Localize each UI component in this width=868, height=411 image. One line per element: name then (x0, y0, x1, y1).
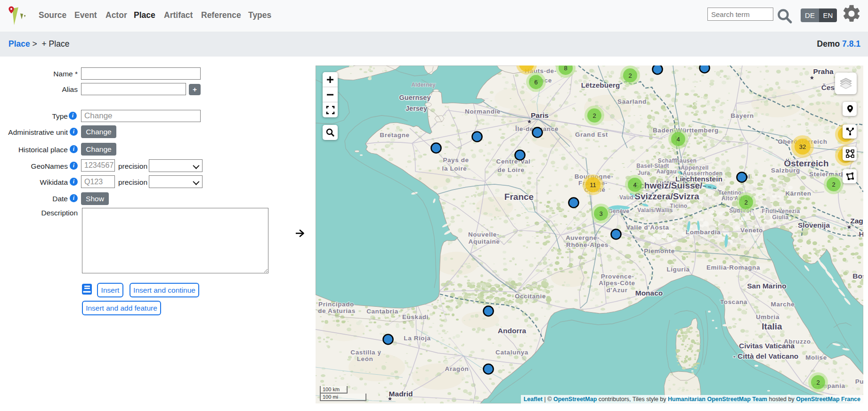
svg-text:Toscana: Toscana (720, 298, 747, 305)
svg-text:Umbria: Umbria (756, 313, 779, 321)
svg-text:d'Azur: d'Azur (606, 287, 627, 294)
svg-text:Veneto: Veneto (740, 227, 763, 234)
svg-text:Provence-: Provence- (601, 273, 634, 280)
svg-text:Jura: Jura (638, 170, 650, 176)
svg-text:Emilia-Romagna: Emilia-Romagna (706, 264, 760, 271)
svg-text:San Marino: San Marino (747, 282, 787, 290)
svg-text:Valle d'Aosta: Valle d'Aosta (626, 224, 669, 231)
svg-text:León: León (357, 355, 373, 362)
svg-text:Rhône-Alpes: Rhône-Alpes (566, 241, 608, 248)
svg-text:Liguria: Liguria (666, 266, 690, 273)
svg-text:Molise: Molise (805, 354, 827, 361)
svg-text:2: 2 (744, 199, 747, 206)
svg-text:Piemonte: Piemonte (644, 247, 675, 255)
svg-text:2: 2 (628, 72, 632, 79)
svg-text:4: 4 (633, 181, 636, 189)
svg-text:11: 11 (590, 181, 596, 189)
svg-text:Centre-Val: Centre-Val (496, 158, 531, 165)
svg-text:Giulia: Giulia (772, 214, 788, 221)
svg-text:Nouvelle-: Nouvelle- (468, 231, 499, 238)
svg-text:Jersey: Jersey (406, 105, 427, 112)
svg-text:Saarland: Saarland (617, 98, 647, 105)
svg-text:Pays de: Pays de (443, 156, 469, 164)
svg-text:Bayern: Bayern (730, 112, 754, 119)
svg-text:La Rioja: La Rioja (404, 335, 430, 342)
svg-text:Grand Est: Grand Est (575, 131, 608, 138)
svg-text:Valais/Wallis: Valais/Wallis (637, 207, 673, 214)
svg-text:Zagr: Zagr (850, 217, 863, 225)
svg-text:Salzburg: Salzburg (771, 167, 800, 174)
svg-text:Lëtzebuerg: Lëtzebuerg (581, 81, 620, 89)
svg-text:Alpes-Côte: Alpes-Côte (599, 279, 635, 287)
svg-text:Cantabria: Cantabria (366, 308, 398, 315)
svg-text:Aquitaine: Aquitaine (469, 238, 500, 245)
svg-text:Auvergne-: Auvergne- (566, 234, 600, 241)
svg-text:8: 8 (564, 66, 567, 72)
svg-text:Italia: Italia (762, 321, 782, 331)
svg-text:Paris: Paris (531, 111, 549, 119)
svg-text:Friuli Venezia: Friuli Venezia (762, 208, 800, 214)
svg-text:Andorra: Andorra (498, 327, 527, 335)
svg-text:Praha: Praha (813, 67, 833, 75)
svg-text:32: 32 (799, 143, 806, 150)
svg-text:Alderney: Alderney (411, 82, 436, 88)
svg-text:Civitas Vaticana: Civitas Vaticana (739, 342, 795, 350)
svg-text:Ticino: Ticino (670, 203, 688, 209)
svg-text:Pu: Pu (855, 378, 863, 385)
svg-text:Normandie: Normandie (465, 108, 501, 115)
svg-text:Principado: Principado (318, 301, 354, 308)
svg-text:3: 3 (599, 210, 602, 217)
svg-text:Catalunya: Catalunya (495, 349, 528, 356)
svg-text:Slovenija: Slovenija (798, 221, 830, 229)
svg-text:Castilla y: Castilla y (350, 349, 381, 356)
svg-text:Aragón: Aragón (445, 365, 469, 372)
svg-text:la Loire: la Loire (442, 165, 467, 172)
svg-text:H: H (859, 230, 863, 238)
svg-text:Aargau: Aargau (656, 168, 676, 175)
svg-text:Kärnten: Kärnten (785, 190, 811, 197)
svg-text:Euskadi: Euskadi (402, 313, 429, 321)
svg-text:Guernsey: Guernsey (399, 94, 431, 101)
svg-text:Bos: Bos (852, 272, 863, 280)
svg-text:Occitanie: Occitanie (515, 293, 546, 300)
svg-text:2: 2 (832, 181, 835, 188)
svg-text:Monaco: Monaco (635, 289, 663, 297)
svg-text:Genève: Genève (608, 208, 629, 214)
svg-text:2: 2 (592, 112, 596, 119)
svg-text:6: 6 (534, 79, 537, 86)
svg-text:Bretagne: Bretagne (380, 132, 409, 139)
svg-text:de Loire: de Loire (497, 166, 524, 173)
svg-text:Vaud: Vaud (619, 194, 633, 201)
svg-text:Svizzera/Svizra: Svizzera/Svizra (634, 191, 699, 201)
svg-text:Lombardia: Lombardia (686, 229, 721, 236)
svg-text:4: 4 (676, 136, 680, 143)
svg-text:Marche: Marche (771, 301, 795, 308)
svg-text:de Asturias: de Asturias (318, 307, 356, 314)
svg-text:2: 2 (816, 379, 819, 386)
svg-text:France: France (504, 192, 534, 202)
svg-text:- Città del Vaticano: - Città del Vaticano (733, 352, 799, 360)
svg-text:Madrid: Madrid (389, 390, 413, 398)
